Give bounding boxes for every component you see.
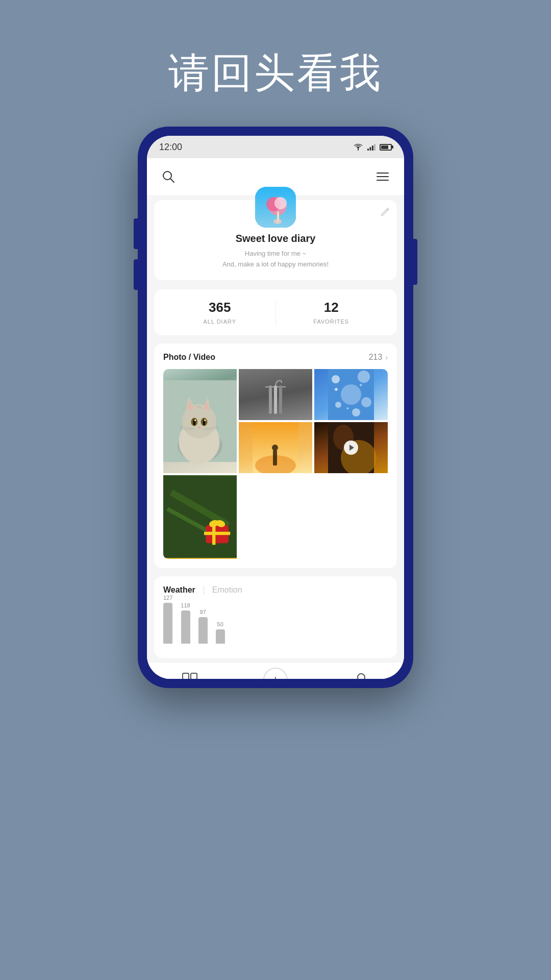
phone-screen: 12:00 bbox=[147, 136, 404, 679]
svg-point-12 bbox=[273, 219, 282, 224]
menu-button[interactable] bbox=[373, 167, 392, 186]
bottom-nav: + bbox=[147, 662, 404, 679]
avatar bbox=[255, 187, 296, 228]
svg-rect-2 bbox=[372, 145, 373, 151]
search-button[interactable] bbox=[159, 167, 178, 186]
photo-section-title: Photo / Video bbox=[163, 353, 215, 362]
chart-bar-97: 97 bbox=[198, 609, 208, 644]
photo-sunset[interactable] bbox=[239, 422, 312, 473]
volume-down-button bbox=[134, 259, 138, 290]
chart-bar-118: 118 bbox=[181, 602, 190, 644]
chart-bar-50: 50 bbox=[216, 621, 225, 644]
photo-count: 213 bbox=[369, 353, 383, 362]
nav-add-button[interactable]: + bbox=[263, 668, 288, 679]
bar-label-3: 50 bbox=[217, 621, 223, 627]
weather-section: Weather Emotion 127 118 97 bbox=[154, 576, 397, 658]
gallery-icon bbox=[182, 673, 197, 679]
photo-xmas[interactable] bbox=[163, 475, 237, 559]
status-icons bbox=[353, 143, 392, 151]
svg-point-40 bbox=[335, 402, 341, 408]
weather-tab[interactable]: Weather bbox=[163, 585, 195, 595]
svg-rect-59 bbox=[204, 531, 230, 534]
bio-line2: And, make a lot of happy memories! bbox=[222, 260, 329, 268]
svg-point-26 bbox=[204, 419, 206, 421]
svg-point-42 bbox=[352, 408, 360, 416]
wifi-icon bbox=[353, 143, 363, 151]
svg-text:✦: ✦ bbox=[359, 382, 363, 388]
hamburger-icon bbox=[377, 173, 389, 181]
svg-rect-1 bbox=[370, 147, 371, 151]
weather-tabs: Weather Emotion bbox=[163, 585, 388, 595]
photo-count-area[interactable]: 213 › bbox=[369, 353, 388, 362]
sunset-illustration bbox=[239, 422, 312, 473]
photo-clothes[interactable] bbox=[239, 369, 312, 420]
photo-snow[interactable]: ✦ ✦ ✦ bbox=[314, 369, 388, 420]
clothes-illustration bbox=[260, 372, 291, 418]
svg-rect-3 bbox=[374, 144, 375, 151]
pencil-icon bbox=[381, 207, 390, 216]
snow-illustration: ✦ ✦ ✦ bbox=[314, 369, 388, 420]
svg-rect-63 bbox=[191, 673, 197, 679]
photo-header: Photo / Video 213 › bbox=[163, 353, 388, 362]
svg-point-41 bbox=[361, 397, 371, 407]
svg-rect-0 bbox=[367, 149, 369, 151]
phone-frame: 12:00 bbox=[138, 127, 413, 688]
profile-bio: Having time for me ~ And, make a lot of … bbox=[222, 249, 329, 270]
avatar-image bbox=[255, 187, 296, 228]
add-icon: + bbox=[272, 674, 279, 679]
all-diary-label: ALL DIARY bbox=[164, 318, 276, 325]
svg-point-10 bbox=[274, 197, 287, 209]
profile-card: Sweet love diary Having time for me ~ An… bbox=[154, 200, 397, 280]
bar-label-0: 127 bbox=[163, 595, 172, 601]
status-time: 12:00 bbox=[159, 142, 182, 153]
chevron-right-icon: › bbox=[385, 353, 388, 361]
photo-video[interactable] bbox=[314, 422, 388, 473]
photo-grid: ✦ ✦ ✦ bbox=[163, 369, 388, 559]
bar-1 bbox=[181, 610, 190, 644]
bar-label-2: 97 bbox=[200, 609, 206, 615]
svg-point-66 bbox=[358, 674, 365, 679]
nav-gallery-button[interactable] bbox=[177, 667, 203, 679]
chart-bar-127: 127 bbox=[163, 595, 172, 644]
svg-rect-49 bbox=[273, 450, 277, 465]
nav-profile-button[interactable] bbox=[348, 667, 374, 679]
svg-line-5 bbox=[170, 179, 174, 182]
svg-point-50 bbox=[272, 445, 278, 451]
bg-title: 请回头看我 bbox=[168, 46, 383, 101]
svg-text:✦: ✦ bbox=[333, 385, 339, 394]
xmas-illustration bbox=[163, 475, 237, 559]
signal-icon bbox=[367, 143, 375, 151]
tab-divider bbox=[204, 585, 204, 595]
emotion-tab[interactable]: Emotion bbox=[212, 585, 242, 595]
svg-point-38 bbox=[358, 371, 370, 383]
stats-card: 365 ALL DIARY 12 FAVORITES bbox=[154, 289, 397, 335]
play-icon bbox=[349, 445, 354, 451]
edit-button[interactable] bbox=[381, 207, 390, 219]
profile-name: Sweet love diary bbox=[236, 233, 316, 244]
photo-cat[interactable] bbox=[163, 369, 237, 473]
power-button bbox=[413, 239, 417, 285]
status-bar: 12:00 bbox=[147, 136, 404, 158]
weather-chart: 127 118 97 50 bbox=[163, 603, 388, 649]
svg-rect-54 bbox=[163, 476, 237, 558]
bar-3 bbox=[216, 629, 225, 644]
svg-text:✦: ✦ bbox=[346, 406, 349, 411]
play-button[interactable] bbox=[344, 440, 358, 455]
person-icon bbox=[354, 672, 368, 679]
bar-label-1: 118 bbox=[181, 602, 190, 608]
battery-icon bbox=[380, 144, 392, 151]
svg-point-25 bbox=[194, 419, 196, 421]
stat-all-diary[interactable]: 365 ALL DIARY bbox=[164, 300, 276, 325]
stat-favorites[interactable]: 12 FAVORITES bbox=[276, 300, 387, 325]
svg-rect-62 bbox=[183, 673, 189, 679]
all-diary-count: 365 bbox=[164, 300, 276, 315]
svg-point-39 bbox=[341, 384, 361, 405]
bar-2 bbox=[198, 617, 208, 644]
favorites-label: FAVORITES bbox=[276, 318, 387, 325]
photo-section: Photo / Video 213 › bbox=[154, 344, 397, 568]
volume-up-button bbox=[134, 218, 138, 249]
app-content: Sweet love diary Having time for me ~ An… bbox=[147, 158, 404, 679]
avatar-wrap bbox=[255, 187, 296, 228]
search-icon bbox=[162, 170, 175, 183]
bio-line1: Having time for me ~ bbox=[245, 250, 306, 257]
